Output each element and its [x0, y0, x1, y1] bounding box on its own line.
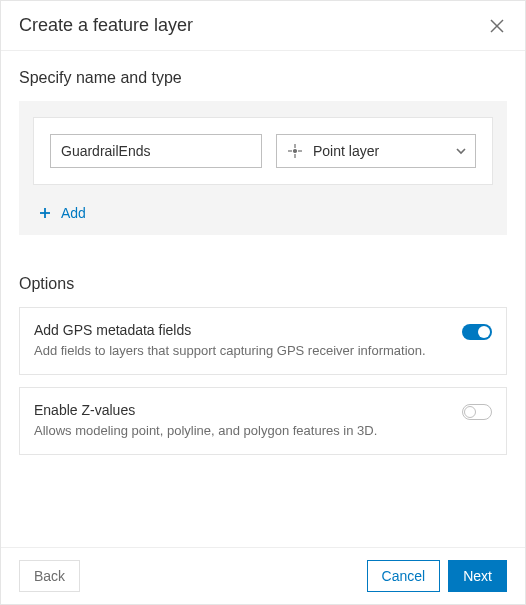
layer-definition-panel: Point layer Add	[19, 101, 507, 235]
layer-type-select[interactable]: Point layer	[276, 134, 476, 168]
dialog-header: Create a feature layer	[1, 1, 525, 51]
specify-heading: Specify name and type	[19, 69, 507, 87]
dialog-title: Create a feature layer	[19, 15, 193, 36]
toggle-knob	[464, 406, 476, 418]
close-button[interactable]	[487, 16, 507, 36]
option-desc: Add fields to layers that support captur…	[34, 342, 448, 360]
back-button[interactable]: Back	[19, 560, 80, 592]
option-title: Enable Z-values	[34, 402, 448, 418]
options-heading: Options	[19, 275, 507, 293]
toggle-gps-metadata[interactable]	[462, 324, 492, 340]
option-z-values: Enable Z-values Allows modeling point, p…	[19, 387, 507, 455]
option-gps-metadata: Add GPS metadata fields Add fields to la…	[19, 307, 507, 375]
chevron-down-icon	[455, 145, 467, 157]
next-button[interactable]: Next	[448, 560, 507, 592]
option-title: Add GPS metadata fields	[34, 322, 448, 338]
toggle-z-values[interactable]	[462, 404, 492, 420]
layer-row: Point layer	[33, 117, 493, 185]
dialog-content: Specify name and type Point layer	[1, 51, 525, 473]
option-desc: Allows modeling point, polyline, and pol…	[34, 422, 448, 440]
plus-icon	[39, 207, 51, 219]
point-layer-icon	[287, 143, 303, 159]
add-layer-button[interactable]: Add	[33, 197, 493, 225]
svg-point-6	[294, 150, 297, 153]
add-layer-label: Add	[61, 205, 86, 221]
toggle-knob	[478, 326, 490, 338]
cancel-button[interactable]: Cancel	[367, 560, 441, 592]
close-icon	[490, 19, 504, 33]
layer-type-label: Point layer	[313, 143, 379, 159]
layer-name-input[interactable]	[50, 134, 262, 168]
dialog-footer: Back Cancel Next	[1, 547, 525, 604]
options-section: Options Add GPS metadata fields Add fiel…	[19, 275, 507, 455]
